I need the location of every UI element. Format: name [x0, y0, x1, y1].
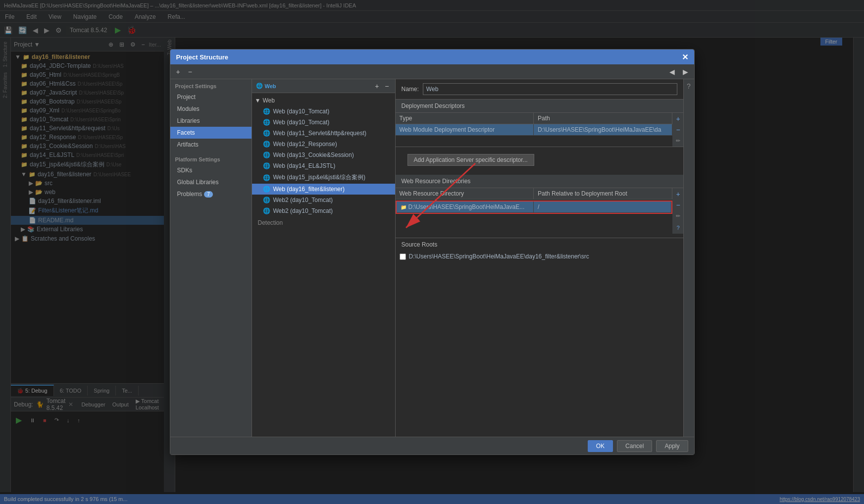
nav-modules[interactable]: Modules: [170, 103, 252, 115]
edit-descriptor-btn[interactable]: ✏: [673, 136, 683, 146]
add-server-descriptor-btn[interactable]: Add Application Server specific descript…: [407, 154, 534, 166]
modal-footer: OK Cancel Apply: [170, 437, 694, 454]
facet-web-day11[interactable]: 🌐 Web (day11_Servlet&http&request): [252, 128, 395, 139]
facet-tree: ▼ Web 🌐 Web (day10_Tomcat) 🌐 Web (day10_: [252, 93, 395, 437]
nav-facets[interactable]: Facets: [170, 127, 252, 139]
facet-web2-day10-2[interactable]: 🌐 Web2 (day10_Tomcat): [252, 205, 395, 216]
resource-rel-cell: /: [534, 202, 671, 212]
add-facet-btn[interactable]: +: [373, 81, 381, 91]
resource-side-actions: + − ✏ ?: [672, 188, 683, 234]
resource-table-header: Web Resource Directory Path Relative to …: [396, 188, 672, 200]
facet-label: Web (day10_Tomcat): [273, 119, 330, 126]
name-input[interactable]: [423, 83, 677, 95]
facet-web-day15[interactable]: 🌐 Web (day15_jsp&el&jstl&综合案例): [252, 171, 395, 184]
web-resource-section: Web Resource Directories Web Resource Di…: [396, 175, 683, 234]
col-type-header: Type: [396, 113, 534, 124]
descriptor-table: Type Path Web Module Deployment Descript…: [396, 113, 672, 147]
modal-help-btn[interactable]: ?: [684, 81, 694, 91]
cancel-btn[interactable]: Cancel: [617, 440, 652, 452]
col-web-dir-header: Web Resource Directory: [396, 188, 534, 199]
facet-label: Web (day16_filter&listener): [273, 186, 345, 193]
facet-web-day12[interactable]: 🌐 Web (day12_Response): [252, 139, 395, 150]
source-roots-title: Source Roots: [396, 238, 683, 251]
add-resource-btn[interactable]: +: [673, 189, 683, 199]
facet-group-web: ▼ Web: [252, 95, 395, 106]
forward-btn[interactable]: ▶: [681, 67, 690, 77]
modal-middle-panel: 🌐 Web + − ▼ Web: [252, 79, 396, 437]
web-facet-icon: 🌐: [263, 130, 270, 137]
col-path-header: Path: [534, 113, 672, 124]
nav-problems-label: Problems: [177, 191, 203, 198]
col-path-rel-header: Path Relative to Deployment Root: [534, 188, 672, 199]
deployment-descriptors-section: Deployment Descriptors Type Path We: [396, 100, 683, 147]
apply-btn[interactable]: Apply: [656, 440, 688, 452]
add-item-btn[interactable]: +: [174, 67, 182, 77]
nav-sdks-label: SDKs: [177, 167, 193, 174]
help-resource-btn[interactable]: ?: [673, 223, 683, 233]
remove-resource-btn[interactable]: −: [673, 200, 683, 210]
modal-body: Project Settings Project Modules Librari…: [170, 79, 694, 437]
nav-global-libs-label: Global Libraries: [177, 179, 219, 186]
nav-artifacts[interactable]: Artifacts: [170, 139, 252, 151]
resource-section-header: Web Resource Directories: [396, 175, 683, 188]
ok-btn[interactable]: OK: [588, 440, 613, 452]
source-row-0: D:\Users\HASEE\SpringBoot\HeiMaJavaEE\da…: [396, 251, 683, 262]
modal-left-nav: Project Settings Project Modules Librari…: [170, 79, 252, 437]
add-descriptor-btn[interactable]: +: [673, 114, 683, 124]
resource-table-wrapper: Web Resource Directory Path Relative to …: [396, 188, 683, 234]
facet-label: Web2 (day10_Tomcat): [273, 197, 333, 203]
edit-resource-btn[interactable]: ✏: [673, 211, 683, 221]
facet-web2-day10-1[interactable]: 🌐 Web2 (day10_Tomcat): [252, 195, 395, 205]
web-facet-icon: 🌐: [263, 207, 270, 214]
facet-label: Web2 (day10_Tomcat): [273, 207, 333, 214]
web-facet-icon: 🌐: [263, 174, 270, 181]
source-root-path: D:\Users\HASEE\SpringBoot\HeiMaJavaEE\da…: [409, 253, 589, 260]
nav-artifacts-label: Artifacts: [177, 141, 199, 148]
remove-facet-btn[interactable]: −: [383, 81, 391, 91]
modal-titlebar: Project Structure ✕: [170, 50, 694, 64]
platform-settings-header: Platform Settings: [170, 151, 252, 164]
back-btn[interactable]: ◀: [667, 67, 677, 77]
resource-row-0[interactable]: 📁 D:\Users\HASEE\SpringBoot\HeiMaJavaE..…: [397, 202, 671, 213]
descriptor-row-0[interactable]: Web Module Deployment Descriptor D:\User…: [396, 124, 672, 136]
nav-global-libs[interactable]: Global Libraries: [170, 176, 252, 188]
remove-descriptor-btn[interactable]: −: [673, 125, 683, 135]
nav-project-label: Project: [177, 94, 196, 101]
web-facet-icon: 🌐: [263, 197, 270, 203]
descriptor-table-wrapper: Type Path Web Module Deployment Descript…: [396, 113, 683, 147]
facet-web-day16[interactable]: 🌐 Web (day16_filter&listener): [252, 184, 395, 195]
resource-dir-cell: 📁 D:\Users\HASEE\SpringBoot\HeiMaJavaE..…: [397, 202, 534, 212]
facet-web-day14[interactable]: 🌐 Web (day14_EL&JSTL): [252, 160, 395, 171]
problems-badge: 7: [204, 191, 213, 198]
facet-web-day10-1[interactable]: 🌐 Web (day10_Tomcat): [252, 106, 395, 117]
modal-right-strip: ?: [683, 79, 694, 437]
nav-libraries-label: Libraries: [177, 117, 200, 124]
project-structure-dialog: Project Structure ✕ + − ◀ ▶: [170, 49, 695, 455]
facet-parent-label: Web: [265, 83, 276, 89]
modal-overlay: Project Structure ✕ + − ◀ ▶: [0, 0, 864, 504]
name-row: Name:: [396, 79, 683, 100]
facet-web-day13[interactable]: 🌐 Web (day13_Cookie&Session): [252, 150, 395, 160]
web-icon-small: 🌐: [256, 83, 263, 89]
source-root-checkbox[interactable]: [400, 253, 406, 260]
facet-label: Web (day12_Response): [273, 141, 337, 148]
nav-sdks[interactable]: SDKs: [170, 164, 252, 176]
descriptor-side-actions: + − ✏: [672, 113, 683, 147]
resource-dir-text: D:\Users\HASEE\SpringBoot\HeiMaJavaE...: [408, 203, 525, 210]
descriptor-path-cell: D:\Users\HASEE\SpringBoot\HeiMaJavaEE\da: [534, 124, 672, 135]
facet-label: Web (day11_Servlet&http&request): [273, 130, 367, 137]
nav-problems[interactable]: Problems 7: [170, 188, 252, 200]
facet-web-day10-2[interactable]: 🌐 Web (day10_Tomcat): [252, 117, 395, 128]
web-facet-icon: 🌐: [263, 119, 270, 126]
modal-close-btn[interactable]: ✕: [682, 52, 688, 62]
nav-libraries[interactable]: Libraries: [170, 115, 252, 127]
descriptor-table-header: Type Path: [396, 113, 672, 124]
facet-label: Web (day14_EL&JSTL): [273, 162, 336, 169]
nav-modules-label: Modules: [177, 105, 200, 112]
resource-table: Web Resource Directory Path Relative to …: [396, 188, 672, 234]
modal-toolbar: + − ◀ ▶: [170, 64, 694, 79]
nav-project[interactable]: Project: [170, 91, 252, 103]
remove-item-btn[interactable]: −: [186, 67, 194, 77]
resource-row-wrapper: 📁 D:\Users\HASEE\SpringBoot\HeiMaJavaE..…: [396, 201, 672, 214]
detection-label: Detection: [252, 216, 395, 229]
